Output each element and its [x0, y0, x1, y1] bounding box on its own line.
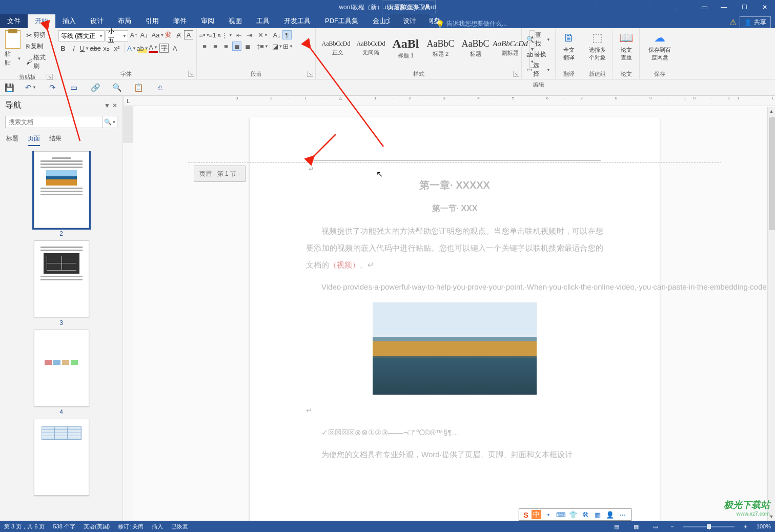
- ribbon-options-icon[interactable]: ▭: [695, 0, 713, 14]
- phonetic-icon[interactable]: 変: [164, 30, 173, 39]
- tab-references[interactable]: 引用: [138, 14, 166, 28]
- sort-icon[interactable]: A↓: [272, 30, 281, 39]
- header-zone[interactable]: ↵ ↖: [309, 142, 601, 160]
- superscript-icon[interactable]: x²: [112, 44, 121, 53]
- ime-grid-icon[interactable]: ▦: [593, 510, 602, 519]
- ime-toolbar[interactable]: S 中 • ⌨ 👕 🛠 ▦ 👤 ⋯: [519, 508, 631, 521]
- replace-button[interactable]: ab替换: [525, 50, 552, 59]
- style-item-4[interactable]: AaBbC标题: [458, 30, 493, 66]
- change-case-icon[interactable]: Aa▼: [153, 30, 162, 39]
- select-objects-button[interactable]: ⬚ 选择多个对象: [585, 30, 609, 63]
- zoom-value[interactable]: 100%: [757, 523, 771, 529]
- paragraph-launcher[interactable]: ↘: [307, 71, 313, 77]
- share-button[interactable]: 👤 共享: [740, 16, 771, 28]
- zoom-out-icon[interactable]: －: [669, 523, 675, 530]
- tab-developer[interactable]: 开发工具: [277, 14, 318, 28]
- tab-review[interactable]: 审阅: [194, 14, 221, 28]
- nav-tab-headings[interactable]: 标题: [6, 134, 18, 146]
- horizontal-ruler[interactable]: 3 · 2 · 1 · △ · 1 · 2 · 3 · 4 · 5 · 6 · …: [133, 96, 775, 106]
- bold-icon[interactable]: B: [58, 44, 68, 53]
- ime-cn-icon[interactable]: 中: [532, 510, 541, 519]
- multilevel-icon[interactable]: ≡⋮▼: [220, 30, 230, 39]
- thumb-page-4[interactable]: 4: [34, 330, 89, 416]
- asian-layout-icon[interactable]: ✕▼: [258, 30, 268, 39]
- align-center-icon[interactable]: ≡: [211, 42, 220, 51]
- format-painter-button[interactable]: 🖌格式刷: [25, 53, 52, 71]
- tab-view[interactable]: 视图: [221, 14, 249, 28]
- style-item-3[interactable]: AaBbC标题 2: [423, 30, 458, 66]
- qat-8-icon[interactable]: ⎌: [155, 83, 165, 93]
- bullets-icon[interactable]: ≡•▼: [200, 30, 209, 39]
- highlight-icon[interactable]: ab▼: [138, 44, 147, 53]
- maximize-button[interactable]: ☐: [734, 0, 754, 14]
- status-language[interactable]: 英语(美国): [84, 523, 110, 530]
- tab-selector[interactable]: L: [123, 96, 133, 106]
- decrease-indent-icon[interactable]: ⇤: [234, 30, 243, 39]
- undo-icon[interactable]: ↶▼: [26, 83, 36, 93]
- tab-tools[interactable]: 工具: [249, 14, 277, 28]
- select-button[interactable]: ▭选择▼: [525, 60, 552, 79]
- font-color-icon[interactable]: A▼: [149, 44, 158, 53]
- qat-5-icon[interactable]: 🔗: [90, 83, 100, 93]
- save-baidu-button[interactable]: ☁ 保存到百度网盘: [643, 30, 677, 63]
- status-words[interactable]: 538 个字: [53, 523, 75, 530]
- qat-4-icon[interactable]: ▭: [69, 83, 79, 93]
- status-recover[interactable]: 已恢复: [171, 523, 188, 530]
- scroll-up-icon[interactable]: ▲: [768, 107, 775, 115]
- ime-user-icon[interactable]: 👤: [605, 510, 615, 519]
- borders-icon[interactable]: ⊞▼: [283, 42, 293, 51]
- decrease-font-icon[interactable]: A↓: [139, 30, 149, 39]
- translate-button[interactable]: 🗎 全文翻译: [559, 30, 579, 63]
- thesis-check-button[interactable]: 📖 论文查重: [616, 30, 636, 63]
- ime-punct-icon[interactable]: •: [544, 510, 553, 519]
- styles-launcher[interactable]: ↘: [513, 71, 519, 77]
- character-border-icon[interactable]: A: [184, 30, 193, 39]
- tab-home[interactable]: 开始: [28, 14, 55, 28]
- tab-insert[interactable]: 插入: [55, 14, 83, 28]
- view-read-icon[interactable]: ▤: [611, 523, 622, 530]
- vertical-scrollbar[interactable]: ▲ ▼: [767, 107, 775, 521]
- clear-format-icon[interactable]: A̷: [174, 30, 183, 39]
- font-launcher[interactable]: ↘: [188, 71, 194, 77]
- tell-me-search[interactable]: 💡 告诉我您想要做什么...: [436, 19, 507, 28]
- character-shading-icon[interactable]: A: [170, 44, 179, 53]
- align-right-icon[interactable]: ≡: [221, 42, 231, 51]
- view-web-icon[interactable]: ▭: [650, 523, 661, 530]
- style-item-0[interactable]: AaBbCcDd- 正文: [319, 30, 353, 66]
- thumb-page-2[interactable]: 2: [34, 151, 89, 237]
- find-button[interactable]: 🔍查找▼: [525, 30, 552, 49]
- increase-font-icon[interactable]: A↑: [129, 30, 138, 39]
- status-track[interactable]: 修订: 关闭: [118, 523, 144, 530]
- cut-button[interactable]: ✂剪切: [25, 30, 52, 40]
- font-size-combo[interactable]: 小五▼: [106, 30, 128, 42]
- minimize-button[interactable]: —: [713, 0, 734, 14]
- nav-search-input[interactable]: [6, 116, 103, 128]
- document-canvas[interactable]: ↵ ↖ 页眉 - 第 1 节 - 第一章· XXXXX 第一节· XXX 视频提…: [134, 107, 775, 521]
- tab-mailings[interactable]: 邮件: [166, 14, 194, 28]
- tab-file[interactable]: 文件: [0, 14, 28, 28]
- strikethrough-icon[interactable]: abc: [91, 44, 100, 53]
- ime-settings-icon[interactable]: ⋯: [618, 510, 627, 519]
- clipboard-launcher[interactable]: ↘: [47, 74, 53, 80]
- save-icon[interactable]: 💾: [4, 83, 14, 93]
- ime-tshirt-icon[interactable]: 👕: [568, 510, 578, 519]
- warning-icon[interactable]: ⚠: [729, 17, 737, 27]
- paste-button[interactable]: 粘贴▼: [3, 49, 23, 68]
- tab-design[interactable]: 设计: [83, 14, 111, 28]
- tab-pdf[interactable]: PDF工具集: [318, 14, 365, 28]
- ime-keyboard-icon[interactable]: ⌨: [556, 510, 565, 519]
- font-name-combo[interactable]: 等线 (西文正▼: [58, 30, 105, 42]
- qat-7-icon[interactable]: 📋: [133, 83, 144, 93]
- increase-indent-icon[interactable]: ⇥: [244, 30, 254, 39]
- thumb-page-3[interactable]: 3: [34, 240, 89, 326]
- tab-layout[interactable]: 布局: [111, 14, 138, 28]
- subscript-icon[interactable]: x₂: [101, 44, 111, 53]
- view-print-icon[interactable]: ▦: [630, 523, 642, 530]
- status-page[interactable]: 第 3 页，共 6 页: [4, 523, 45, 530]
- scroll-thumb[interactable]: [769, 117, 775, 230]
- style-item-2[interactable]: AaBl标题 1: [389, 30, 423, 66]
- align-justify-icon[interactable]: ≣: [232, 42, 241, 51]
- nav-tab-pages[interactable]: 页面: [28, 134, 40, 146]
- text-effects-icon[interactable]: A▼: [127, 44, 136, 53]
- nav-tab-results[interactable]: 结果: [49, 134, 62, 146]
